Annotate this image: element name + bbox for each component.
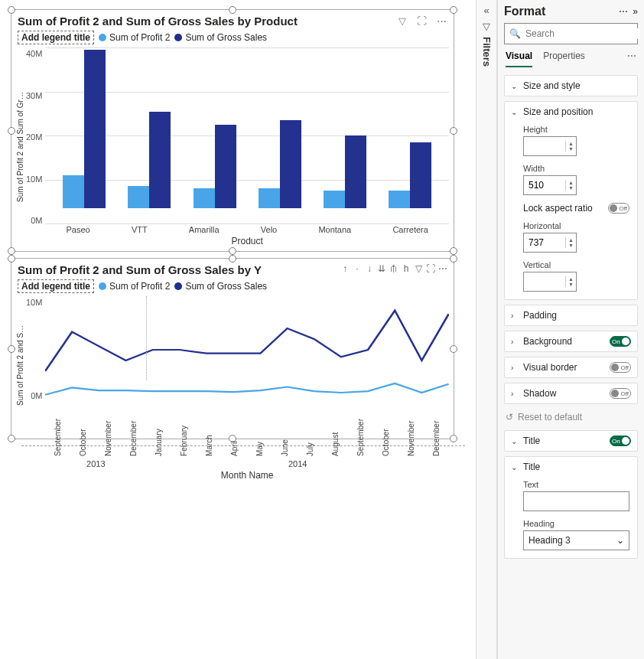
legend-title-placeholder[interactable]: Add legend title xyxy=(18,279,94,293)
resize-handle[interactable] xyxy=(229,247,236,255)
search-field[interactable] xyxy=(525,28,640,39)
filters-pane-collapsed[interactable]: « ▽ Filters xyxy=(476,0,497,659)
lock-aspect-toggle[interactable]: Off xyxy=(608,203,629,214)
report-canvas[interactable]: Sum of Profit 2 and Sum of Gross Sales b… xyxy=(0,0,476,659)
heading-select[interactable]: Heading 3 ⌄ xyxy=(523,530,629,550)
x-axis-label: Month Name xyxy=(45,470,449,481)
y-axis-ticks: 10M 0M xyxy=(24,296,45,434)
expand-right-icon[interactable]: » xyxy=(633,6,638,17)
resize-handle[interactable] xyxy=(229,6,236,14)
section-title[interactable]: ⌄ Title On xyxy=(504,430,638,452)
section-background[interactable]: › Background On xyxy=(504,331,638,352)
resize-handle[interactable] xyxy=(450,255,457,263)
stepper[interactable]: ▲▼ xyxy=(565,180,576,191)
plot-area[interactable]: SeptemberOctoberNovemberDecemberJanuaryF… xyxy=(45,296,449,434)
legend-title-placeholder[interactable]: Add legend title xyxy=(18,31,94,44)
visual-header-icons: ↑· ↓ ⇊ ⫛ h ▽ ⛶ ⋯ xyxy=(340,263,447,274)
resize-handle[interactable] xyxy=(8,435,15,442)
legend-label: Sum of Profit 2 xyxy=(109,32,170,43)
tab-properties[interactable]: Properties xyxy=(543,51,585,67)
more-options-icon[interactable]: ⋯ xyxy=(619,6,628,17)
drill-down-icon[interactable]: ↓ xyxy=(365,263,374,274)
expand-icon[interactable]: ⇊ xyxy=(377,263,386,274)
drill-up-icon[interactable]: ↑ xyxy=(340,263,350,274)
resize-handle[interactable] xyxy=(8,247,15,255)
filter-icon[interactable]: ▽ xyxy=(414,263,423,274)
focus-mode-icon[interactable]: ⛶ xyxy=(426,263,435,274)
reset-to-default[interactable]: ↺ Reset to default xyxy=(504,409,638,426)
search-icon: 🔍 xyxy=(509,28,521,39)
plot-area[interactable]: PaseoVTTAmarillaVeloMontanaCarretera Pro… xyxy=(45,47,449,246)
chevron-down-icon: ⌄ xyxy=(511,463,519,471)
filter-icon[interactable]: ▽ xyxy=(396,15,408,28)
hierarchy-icon[interactable]: h xyxy=(402,263,411,274)
legend: Add legend title Sum of Profit 2 Sum of … xyxy=(11,278,454,296)
resize-handle[interactable] xyxy=(8,255,15,263)
title-text-input[interactable] xyxy=(523,491,629,511)
resize-handle[interactable] xyxy=(8,127,15,135)
line-chart-visual[interactable]: Sum of Profit 2 and Sum of Gross Sales b… xyxy=(11,258,454,439)
legend-swatch xyxy=(174,34,182,41)
filter-funnel-icon[interactable]: ▽ xyxy=(483,21,490,32)
width-input[interactable]: ▲▼ xyxy=(523,175,577,195)
resize-handle[interactable] xyxy=(8,345,15,353)
x-axis-ticks: SeptemberOctoberNovemberDecemberJanuaryF… xyxy=(45,419,449,456)
drill-icon[interactable]: ⫛ xyxy=(389,263,398,274)
focus-mode-icon[interactable]: ⛶ xyxy=(415,15,428,28)
resize-handle[interactable] xyxy=(450,6,457,14)
y-axis-label: Sum of Profit 2 and Sum of Gr… xyxy=(16,47,24,246)
section-header[interactable]: ⌄ Size and position xyxy=(505,102,637,122)
chevron-down-icon: ⌄ xyxy=(511,82,519,90)
search-input[interactable]: 🔍 xyxy=(504,23,638,44)
year-label: 2014 xyxy=(146,459,449,468)
chevron-right-icon: › xyxy=(511,364,519,372)
section-padding[interactable]: › Padding xyxy=(504,305,638,326)
more-options-icon[interactable]: ⋯ xyxy=(435,15,447,28)
legend: Add legend title Sum of Profit 2 Sum of … xyxy=(11,29,454,47)
chevron-right-icon: › xyxy=(511,390,519,398)
section-title-sub: ⌄ Title Text Heading Heading 3 ⌄ xyxy=(504,456,638,559)
more-options-icon[interactable]: ⋯ xyxy=(438,263,447,274)
chevron-down-icon: ⌄ xyxy=(511,437,519,445)
format-pane: Format ⋯ » 🔍 Visual Properties ⋯ ⌄ Size … xyxy=(497,0,644,659)
filters-label[interactable]: Filters xyxy=(481,37,493,67)
stepper[interactable]: ▲▼ xyxy=(565,141,576,152)
resize-handle[interactable] xyxy=(8,6,15,14)
stepper[interactable]: ▲▼ xyxy=(565,237,576,248)
height-input[interactable]: ▲▼ xyxy=(523,136,577,156)
resize-handle[interactable] xyxy=(450,345,457,353)
field-label: Width xyxy=(523,164,629,173)
section-header[interactable]: ⌄ Title xyxy=(505,457,637,477)
tab-visual[interactable]: Visual xyxy=(506,51,532,67)
lock-aspect-label: Lock aspect ratio xyxy=(523,203,593,214)
legend-swatch xyxy=(99,34,106,41)
resize-handle[interactable] xyxy=(450,435,457,442)
legend-label: Sum of Gross Sales xyxy=(185,32,267,43)
reset-icon: ↺ xyxy=(506,412,513,422)
resize-handle[interactable] xyxy=(229,255,236,263)
vertical-input[interactable]: ▲▼ xyxy=(523,272,577,292)
pane-title: Format xyxy=(504,5,619,18)
resize-handle[interactable] xyxy=(450,127,457,135)
horizontal-input[interactable]: ▲▼ xyxy=(523,233,577,253)
background-toggle[interactable]: On xyxy=(610,336,631,347)
shadow-toggle[interactable]: Off xyxy=(610,388,631,399)
visual-border-toggle[interactable]: Off xyxy=(610,362,631,373)
y-axis-ticks: 40M 30M 20M 10M 0M xyxy=(24,47,45,239)
legend-swatch xyxy=(174,282,182,290)
stepper[interactable]: ▲▼ xyxy=(565,276,576,287)
section-size-and-position: ⌄ Size and position Height ▲▼ Width ▲▼ xyxy=(504,101,638,300)
section-size-and-style[interactable]: ⌄ Size and style xyxy=(504,75,638,96)
field-label: Vertical xyxy=(523,260,629,269)
section-visual-border[interactable]: › Visual border Off xyxy=(504,357,638,378)
section-shadow[interactable]: › Shadow Off xyxy=(504,383,638,404)
title-toggle[interactable]: On xyxy=(610,436,631,446)
collapse-left-icon[interactable]: « xyxy=(483,5,489,16)
chevron-down-icon: ⌄ xyxy=(511,108,519,116)
resize-handle[interactable] xyxy=(450,247,457,255)
legend-label: Sum of Profit 2 xyxy=(109,281,170,292)
bar-chart-visual[interactable]: Sum of Profit 2 and Sum of Gross Sales b… xyxy=(11,9,454,252)
tab-more-icon[interactable]: ⋯ xyxy=(627,51,636,67)
legend-swatch xyxy=(99,282,106,290)
field-label: Text xyxy=(523,480,629,489)
